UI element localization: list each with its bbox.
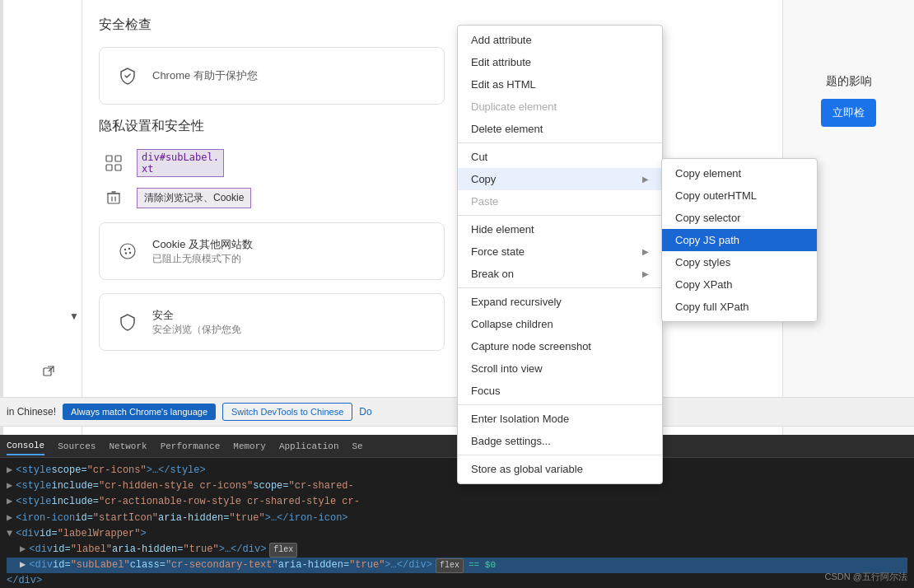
arrow-1[interactable]: ▶ bbox=[7, 463, 12, 478]
ctx-scroll[interactable]: Scroll into view bbox=[458, 357, 662, 380]
copy-outerhtml[interactable]: Copy outerHTML bbox=[662, 184, 817, 207]
code-line-4: ▶ <iron-icon id="startIcon" aria-hidden=… bbox=[7, 511, 907, 526]
influence-text: 题的影响 bbox=[826, 74, 872, 89]
card1: Chrome 有助于保护您 bbox=[99, 47, 445, 105]
svg-point-11 bbox=[120, 244, 135, 259]
tab-console[interactable]: Console bbox=[7, 437, 44, 455]
match-language-button[interactable]: Always match Chrome's language bbox=[63, 404, 216, 420]
arrow-5[interactable]: ▼ bbox=[7, 526, 12, 542]
svg-point-12 bbox=[124, 249, 126, 250]
tab-network[interactable]: Network bbox=[109, 438, 147, 455]
external-link-icon bbox=[43, 366, 54, 380]
code-line-8: </div> bbox=[7, 573, 907, 588]
code-line-7[interactable]: ▶ <div id="subLabel" class="cr-secondary… bbox=[7, 558, 907, 573]
copy-submenu-arrow: ▶ bbox=[642, 175, 649, 184]
svg-rect-3 bbox=[115, 156, 121, 161]
lang-extra: Do bbox=[359, 406, 371, 418]
copy-element[interactable]: Copy element bbox=[662, 162, 817, 184]
break-on-arrow: ▶ bbox=[642, 269, 649, 278]
ctx-duplicate: Duplicate element bbox=[458, 96, 662, 118]
ctx-isolation[interactable]: Enter Isolation Mode bbox=[458, 408, 662, 430]
arrow-3[interactable]: ▶ bbox=[7, 494, 12, 510]
arrow-4[interactable]: ▶ bbox=[7, 511, 12, 526]
svg-rect-0 bbox=[44, 368, 51, 376]
ctx-focus[interactable]: Focus bbox=[458, 380, 662, 402]
element-tag2: xt bbox=[142, 163, 153, 175]
tab-memory[interactable]: Memory bbox=[233, 438, 266, 455]
ctx-divider-2 bbox=[458, 215, 662, 216]
watermark: CSDN @五行阿尔法 bbox=[825, 571, 907, 583]
ctx-divider-4 bbox=[458, 404, 662, 405]
ctx-expand[interactable]: Expand recursively bbox=[458, 291, 662, 313]
ctx-paste: Paste bbox=[458, 190, 662, 212]
ctx-badge[interactable]: Badge settings... bbox=[458, 430, 662, 452]
selected-element-row: 清除浏览记录、Cookie bbox=[137, 188, 251, 208]
svg-rect-4 bbox=[106, 165, 112, 170]
code-line-5: ▼ <div id="labelWrapper" > bbox=[7, 526, 907, 542]
arrow-2[interactable]: ▶ bbox=[7, 478, 12, 494]
ctx-add-attribute[interactable]: Add attribute bbox=[458, 29, 662, 51]
apps-icon bbox=[99, 148, 128, 178]
svg-point-15 bbox=[129, 252, 131, 254]
ctx-divider-1 bbox=[458, 142, 662, 143]
copy-js-path[interactable]: Copy JS path bbox=[662, 229, 817, 251]
scroll-arrow: ▼ bbox=[69, 310, 79, 322]
copy-full-xpath[interactable]: Copy full XPath bbox=[662, 296, 817, 318]
element-tag: div#subLabel. bbox=[142, 152, 219, 163]
code-line-3: ▶ <style include="cr-actionable-row-styl… bbox=[7, 494, 907, 510]
arrow-6[interactable]: ▶ bbox=[20, 542, 26, 558]
ctx-divider-3 bbox=[458, 287, 662, 288]
check-now-button[interactable]: 立即检 bbox=[821, 99, 876, 127]
dollar-sign: == $0 bbox=[469, 558, 496, 573]
section2-title: 隐私设置和安全性 bbox=[99, 118, 445, 135]
copy-submenu: Copy element Copy outerHTML Copy selecto… bbox=[661, 158, 818, 322]
lang-text: in Chinese! bbox=[7, 406, 56, 418]
ctx-copy[interactable]: Copy ▶ bbox=[458, 168, 662, 190]
tab-application[interactable]: Application bbox=[279, 438, 339, 455]
ctx-global-var[interactable]: Store as global variable bbox=[458, 458, 662, 480]
devtools-element-highlight: div#subLabel. xt bbox=[137, 149, 224, 177]
card3: Cookie 及其他网站数 已阻止无痕模式下的 bbox=[99, 222, 445, 280]
context-menu: Add attribute Edit attribute Edit as HTM… bbox=[457, 25, 663, 484]
ctx-force-state[interactable]: Force state ▶ bbox=[458, 240, 662, 263]
svg-rect-6 bbox=[108, 194, 119, 203]
ctx-delete[interactable]: Delete element bbox=[458, 118, 662, 140]
tab-performance[interactable]: Performance bbox=[161, 438, 221, 455]
card4-text: 安全 安全浏览（保护您免 bbox=[152, 308, 241, 337]
svg-point-14 bbox=[125, 252, 127, 254]
ctx-edit-attribute[interactable]: Edit attribute bbox=[458, 51, 662, 73]
ctx-collapse[interactable]: Collapse children bbox=[458, 313, 662, 335]
row-trash: 清除浏览记录、Cookie bbox=[99, 183, 445, 212]
copy-styles[interactable]: Copy styles bbox=[662, 251, 817, 273]
ctx-break-on[interactable]: Break on ▶ bbox=[458, 263, 662, 285]
ctx-cut[interactable]: Cut bbox=[458, 146, 662, 168]
ctx-edit-html[interactable]: Edit as HTML bbox=[458, 73, 662, 96]
section1-title: 安全检查 bbox=[99, 16, 445, 34]
code-line-6: ▶ <div id="label" aria-hidden="true" >…<… bbox=[7, 542, 907, 558]
cookie-icon bbox=[113, 236, 142, 266]
arrow-7[interactable]: ▶ bbox=[20, 558, 26, 573]
svg-rect-2 bbox=[106, 156, 112, 161]
svg-point-13 bbox=[128, 248, 130, 250]
security-icon bbox=[113, 307, 142, 337]
card4: 安全 安全浏览（保护您免 bbox=[99, 293, 445, 351]
trash-icon bbox=[99, 183, 128, 212]
card3-text: Cookie 及其他网站数 已阻止无痕模式下的 bbox=[152, 237, 253, 266]
ctx-hide[interactable]: Hide element bbox=[458, 218, 662, 240]
tab-se[interactable]: Se bbox=[352, 438, 363, 455]
force-state-arrow: ▶ bbox=[642, 247, 649, 256]
copy-xpath[interactable]: Copy XPath bbox=[662, 273, 817, 296]
ctx-divider-5 bbox=[458, 455, 662, 455]
svg-rect-5 bbox=[115, 165, 121, 170]
card1-text: Chrome 有助于保护您 bbox=[152, 68, 258, 83]
shield-icon bbox=[113, 61, 142, 91]
ctx-screenshot[interactable]: Capture node screenshot bbox=[458, 335, 662, 357]
copy-selector[interactable]: Copy selector bbox=[662, 207, 817, 229]
tab-sources[interactable]: Sources bbox=[58, 438, 96, 455]
switch-devtools-button[interactable]: Switch DevTools to Chinese bbox=[222, 403, 352, 421]
row-apps: div#subLabel. xt bbox=[99, 148, 445, 178]
